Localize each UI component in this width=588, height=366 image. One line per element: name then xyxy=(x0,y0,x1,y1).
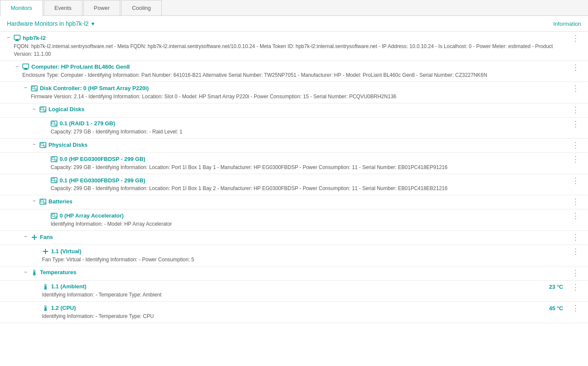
node-content-temp-11: 1.1 (Ambient) Identifying Information: -… xyxy=(42,283,549,299)
node-value-temp-11: 23 °C xyxy=(549,284,563,290)
node-icon-temp-11 xyxy=(42,283,51,290)
node-icon-temp-12 xyxy=(42,304,51,312)
tree-item-temp-12: 1.2 (CPU) Identifying Information: - Tem… xyxy=(0,302,588,323)
node-title-temperatures[interactable]: Temperatures xyxy=(40,269,76,275)
tree-row-batteries: − Batteries ⋮ xyxy=(0,195,588,209)
node-title-pd-00[interactable]: 0.0 (HP EG0300FBDSP - 299 GB) xyxy=(60,156,145,162)
node-title-fan-11[interactable]: 1.1 (Virtual) xyxy=(51,248,82,254)
tab-power[interactable]: Power xyxy=(83,0,121,15)
node-title-hpb7k-l2[interactable]: hpb7k-l2 xyxy=(23,35,45,41)
tree-item-batteries: − Batteries ⋮ xyxy=(0,195,588,209)
svg-rect-5 xyxy=(24,69,28,70)
tab-cooling[interactable]: Cooling xyxy=(121,0,161,15)
tree-item-temperatures: − Temperatures ⋮ xyxy=(0,266,588,281)
node-content-ld-01: 0.1 (RAID 1 - 279 GB) Capacity: 279 GB -… xyxy=(51,120,570,136)
node-icon-disk-controller xyxy=(31,85,40,92)
node-title-fans[interactable]: Fans xyxy=(40,234,53,240)
toggle-disk-controller[interactable]: − xyxy=(24,85,28,91)
node-icon-physical-disks xyxy=(39,141,48,148)
menu-button-battery-0[interactable]: ⋮ xyxy=(570,212,581,220)
node-title-pd-01[interactable]: 0.1 (HP EG0300FBDSP - 299 GB) xyxy=(60,177,145,184)
tree-row-fan-11: 1.1 (Virtual) Fan Type: Virtual - Identi… xyxy=(0,245,588,266)
tab-monitors[interactable]: Monitors xyxy=(0,0,43,16)
svg-rect-1 xyxy=(16,39,18,40)
tree-row-fans: − Fans ⋮ xyxy=(0,231,588,245)
node-title-computer[interactable]: Computer: HP ProLiant BL460c Gen8 xyxy=(31,64,130,70)
svg-rect-13 xyxy=(52,122,55,124)
information-link[interactable]: Information xyxy=(553,21,581,27)
svg-rect-36 xyxy=(34,272,35,274)
toggle-fans[interactable]: − xyxy=(24,233,28,239)
menu-button-pd-00[interactable]: ⋮ xyxy=(570,155,581,163)
node-content-logical-disks: Logical Disks xyxy=(39,106,570,113)
menu-button-temperatures[interactable]: ⋮ xyxy=(570,269,581,277)
node-content-temp-12: 1.2 (CPU) Identifying Information: - Tem… xyxy=(42,304,549,320)
node-content-disk-controller: Disk Controller: 0 (HP Smart Array P220i… xyxy=(31,85,570,100)
menu-button-disk-controller[interactable]: ⋮ xyxy=(570,85,581,92)
svg-rect-40 xyxy=(45,286,46,288)
svg-point-11 xyxy=(44,110,45,112)
tree-item-disk-controller: − Disk Controller: 0 (HP Smart Array P22… xyxy=(0,82,588,103)
menu-button-computer[interactable]: ⋮ xyxy=(570,64,581,71)
node-desc-hpb7k-l2: FQDN: hpb7k-l2.internal.sentrysoftware.n… xyxy=(14,42,570,58)
menu-button-fans[interactable]: ⋮ xyxy=(570,233,581,241)
hardware-tree: − hpb7k-l2 FQDN: hpb7k-l2.internal.sentr… xyxy=(0,32,588,323)
menu-button-physical-disks[interactable]: ⋮ xyxy=(570,141,581,149)
node-title-temp-12[interactable]: 1.2 (CPU) xyxy=(51,305,76,311)
toggle-batteries[interactable]: − xyxy=(33,198,37,204)
tree-row-battery-0: 0 (HP Array Accelerator) Identifying Inf… xyxy=(0,209,588,230)
node-icon-pd-00 xyxy=(51,155,60,163)
node-title-ld-01[interactable]: 0.1 (RAID 1 - 279 GB) xyxy=(60,120,115,127)
node-icon-fans xyxy=(31,233,40,241)
menu-button-logical-disks[interactable]: ⋮ xyxy=(570,106,581,114)
menu-button-ld-01[interactable]: ⋮ xyxy=(570,120,581,128)
node-icon-temperatures xyxy=(31,269,40,276)
tree-item-logical-disks: − Logical Disks ⋮ xyxy=(0,103,588,118)
menu-button-temp-12[interactable]: ⋮ xyxy=(570,304,581,312)
toggle-logical-disks[interactable]: − xyxy=(33,106,37,112)
menu-button-batteries[interactable]: ⋮ xyxy=(570,198,581,206)
node-title-disk-controller[interactable]: Disk Controller: 0 (HP Smart Array P220i… xyxy=(40,85,149,91)
tree-item-battery-0: 0 (HP Array Accelerator) Identifying Inf… xyxy=(0,209,588,231)
tree-item-temp-11: 1.1 (Ambient) Identifying Information: -… xyxy=(0,281,588,302)
node-desc-ld-01: Capacity: 279 GB - Identifying Informati… xyxy=(51,128,570,136)
toggle-hpb7k-l2[interactable]: − xyxy=(7,34,11,40)
tree-item-fan-11: 1.1 (Virtual) Fan Type: Virtual - Identi… xyxy=(0,245,588,266)
tree-row-pd-00: 0.0 (HP EG0300FBDSP - 299 GB) Capacity: … xyxy=(0,153,588,174)
node-content-fan-11: 1.1 (Virtual) Fan Type: Virtual - Identi… xyxy=(42,248,570,263)
node-title-physical-disks[interactable]: Physical Disks xyxy=(48,142,88,148)
svg-point-23 xyxy=(55,181,57,182)
hardware-monitors-title[interactable]: Hardware Monitors in hpb7k-l2 ▾ xyxy=(7,20,94,27)
node-icon-ld-01 xyxy=(51,120,60,127)
menu-button-hpb7k-l2[interactable]: ⋮ xyxy=(570,34,581,42)
node-desc-pd-01: Capacity: 299 GB - Identifying Informati… xyxy=(51,185,570,192)
node-title-logical-disks[interactable]: Logical Disks xyxy=(48,106,85,112)
node-content-temperatures: Temperatures xyxy=(31,269,570,276)
menu-button-fan-11[interactable]: ⋮ xyxy=(570,248,581,255)
tree-item-computer: − Computer: HP ProLiant BL460c Gen8 Encl… xyxy=(0,61,588,82)
node-title-temp-11[interactable]: 1.1 (Ambient) xyxy=(51,283,86,290)
node-desc-pd-00: Capacity: 299 GB - Identifying Informati… xyxy=(51,163,570,171)
svg-rect-4 xyxy=(24,68,27,69)
tab-events[interactable]: Events xyxy=(44,0,82,15)
toggle-temperatures[interactable]: − xyxy=(24,269,28,275)
node-desc-temp-12: Identifying Information: - Temperature T… xyxy=(42,312,549,320)
tree-row-pd-01: 0.1 (HP EG0300FBDSP - 299 GB) Capacity: … xyxy=(0,174,588,195)
svg-rect-44 xyxy=(45,307,46,309)
node-content-battery-0: 0 (HP Array Accelerator) Identifying Inf… xyxy=(51,212,570,228)
tree-row-hpb7k-l2: − hpb7k-l2 FQDN: hpb7k-l2.internal.sentr… xyxy=(0,32,588,60)
header-bar: Hardware Monitors in hpb7k-l2 ▾ Informat… xyxy=(0,16,588,32)
svg-rect-7 xyxy=(32,87,35,89)
node-title-batteries[interactable]: Batteries xyxy=(48,198,73,205)
node-content-pd-01: 0.1 (HP EG0300FBDSP - 299 GB) Capacity: … xyxy=(51,177,570,193)
toggle-physical-disks[interactable]: − xyxy=(33,141,37,147)
menu-button-temp-11[interactable]: ⋮ xyxy=(570,283,581,291)
tree-item-fans: − Fans ⋮ xyxy=(0,231,588,245)
toggle-computer[interactable]: − xyxy=(15,64,20,70)
tree-row-logical-disks: − Logical Disks ⋮ xyxy=(0,103,588,117)
svg-rect-22 xyxy=(52,178,55,181)
node-desc-temp-11: Identifying Information: - Temperature T… xyxy=(42,291,549,299)
node-title-battery-0[interactable]: 0 (HP Array Accelerator) xyxy=(60,212,124,219)
node-content-physical-disks: Physical Disks xyxy=(39,141,570,148)
menu-button-pd-01[interactable]: ⋮ xyxy=(570,177,581,185)
